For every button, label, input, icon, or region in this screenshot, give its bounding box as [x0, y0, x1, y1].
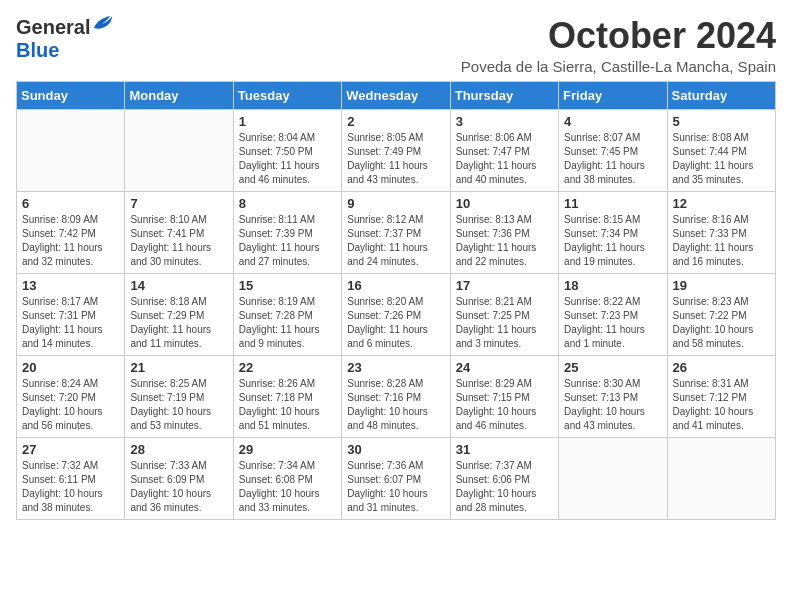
day-number: 15 — [239, 278, 336, 293]
calendar-cell: 29Sunrise: 7:34 AMSunset: 6:08 PMDayligh… — [233, 437, 341, 519]
calendar-cell: 5Sunrise: 8:08 AMSunset: 7:44 PMDaylight… — [667, 109, 775, 191]
day-info: Sunrise: 7:34 AMSunset: 6:08 PMDaylight:… — [239, 459, 336, 515]
day-number: 25 — [564, 360, 661, 375]
logo-blue: Blue — [16, 39, 59, 61]
day-number: 4 — [564, 114, 661, 129]
day-number: 10 — [456, 196, 553, 211]
calendar-cell: 28Sunrise: 7:33 AMSunset: 6:09 PMDayligh… — [125, 437, 233, 519]
calendar-week-5: 27Sunrise: 7:32 AMSunset: 6:11 PMDayligh… — [17, 437, 776, 519]
day-number: 26 — [673, 360, 770, 375]
day-header-monday: Monday — [125, 81, 233, 109]
day-number: 5 — [673, 114, 770, 129]
day-number: 17 — [456, 278, 553, 293]
calendar-header-row: SundayMondayTuesdayWednesdayThursdayFrid… — [17, 81, 776, 109]
day-info: Sunrise: 7:32 AMSunset: 6:11 PMDaylight:… — [22, 459, 119, 515]
day-info: Sunrise: 8:30 AMSunset: 7:13 PMDaylight:… — [564, 377, 661, 433]
day-number: 14 — [130, 278, 227, 293]
day-number: 29 — [239, 442, 336, 457]
calendar-cell: 11Sunrise: 8:15 AMSunset: 7:34 PMDayligh… — [559, 191, 667, 273]
day-number: 8 — [239, 196, 336, 211]
calendar-cell: 21Sunrise: 8:25 AMSunset: 7:19 PMDayligh… — [125, 355, 233, 437]
calendar-cell: 30Sunrise: 7:36 AMSunset: 6:07 PMDayligh… — [342, 437, 450, 519]
day-info: Sunrise: 8:08 AMSunset: 7:44 PMDaylight:… — [673, 131, 770, 187]
calendar-cell — [559, 437, 667, 519]
day-info: Sunrise: 7:37 AMSunset: 6:06 PMDaylight:… — [456, 459, 553, 515]
calendar-cell: 27Sunrise: 7:32 AMSunset: 6:11 PMDayligh… — [17, 437, 125, 519]
day-info: Sunrise: 8:18 AMSunset: 7:29 PMDaylight:… — [130, 295, 227, 351]
day-number: 7 — [130, 196, 227, 211]
calendar-cell — [667, 437, 775, 519]
day-info: Sunrise: 8:28 AMSunset: 7:16 PMDaylight:… — [347, 377, 444, 433]
calendar-cell — [17, 109, 125, 191]
calendar-cell: 6Sunrise: 8:09 AMSunset: 7:42 PMDaylight… — [17, 191, 125, 273]
day-number: 30 — [347, 442, 444, 457]
day-number: 19 — [673, 278, 770, 293]
day-info: Sunrise: 8:12 AMSunset: 7:37 PMDaylight:… — [347, 213, 444, 269]
day-info: Sunrise: 8:09 AMSunset: 7:42 PMDaylight:… — [22, 213, 119, 269]
day-number: 2 — [347, 114, 444, 129]
day-info: Sunrise: 8:04 AMSunset: 7:50 PMDaylight:… — [239, 131, 336, 187]
calendar-cell: 3Sunrise: 8:06 AMSunset: 7:47 PMDaylight… — [450, 109, 558, 191]
calendar-cell: 10Sunrise: 8:13 AMSunset: 7:36 PMDayligh… — [450, 191, 558, 273]
calendar-cell: 16Sunrise: 8:20 AMSunset: 7:26 PMDayligh… — [342, 273, 450, 355]
calendar-cell: 12Sunrise: 8:16 AMSunset: 7:33 PMDayligh… — [667, 191, 775, 273]
calendar-cell: 1Sunrise: 8:04 AMSunset: 7:50 PMDaylight… — [233, 109, 341, 191]
day-number: 1 — [239, 114, 336, 129]
day-number: 31 — [456, 442, 553, 457]
logo: General Blue — [16, 16, 114, 62]
day-info: Sunrise: 8:22 AMSunset: 7:23 PMDaylight:… — [564, 295, 661, 351]
page-header: General Blue October 2024 Poveda de la S… — [16, 16, 776, 75]
calendar-cell: 4Sunrise: 8:07 AMSunset: 7:45 PMDaylight… — [559, 109, 667, 191]
day-number: 3 — [456, 114, 553, 129]
calendar-cell: 9Sunrise: 8:12 AMSunset: 7:37 PMDaylight… — [342, 191, 450, 273]
day-info: Sunrise: 8:25 AMSunset: 7:19 PMDaylight:… — [130, 377, 227, 433]
month-title: October 2024 — [461, 16, 776, 56]
day-info: Sunrise: 8:17 AMSunset: 7:31 PMDaylight:… — [22, 295, 119, 351]
day-number: 16 — [347, 278, 444, 293]
day-number: 22 — [239, 360, 336, 375]
calendar-cell: 23Sunrise: 8:28 AMSunset: 7:16 PMDayligh… — [342, 355, 450, 437]
calendar-cell: 15Sunrise: 8:19 AMSunset: 7:28 PMDayligh… — [233, 273, 341, 355]
day-number: 11 — [564, 196, 661, 211]
day-number: 27 — [22, 442, 119, 457]
day-info: Sunrise: 8:16 AMSunset: 7:33 PMDaylight:… — [673, 213, 770, 269]
day-info: Sunrise: 8:05 AMSunset: 7:49 PMDaylight:… — [347, 131, 444, 187]
day-header-sunday: Sunday — [17, 81, 125, 109]
logo-bird-icon — [92, 14, 114, 32]
day-info: Sunrise: 8:24 AMSunset: 7:20 PMDaylight:… — [22, 377, 119, 433]
calendar-week-2: 6Sunrise: 8:09 AMSunset: 7:42 PMDaylight… — [17, 191, 776, 273]
day-header-tuesday: Tuesday — [233, 81, 341, 109]
day-info: Sunrise: 8:31 AMSunset: 7:12 PMDaylight:… — [673, 377, 770, 433]
calendar-cell: 20Sunrise: 8:24 AMSunset: 7:20 PMDayligh… — [17, 355, 125, 437]
day-number: 28 — [130, 442, 227, 457]
day-number: 12 — [673, 196, 770, 211]
calendar-cell: 7Sunrise: 8:10 AMSunset: 7:41 PMDaylight… — [125, 191, 233, 273]
day-info: Sunrise: 8:21 AMSunset: 7:25 PMDaylight:… — [456, 295, 553, 351]
day-number: 6 — [22, 196, 119, 211]
day-info: Sunrise: 8:20 AMSunset: 7:26 PMDaylight:… — [347, 295, 444, 351]
day-info: Sunrise: 8:11 AMSunset: 7:39 PMDaylight:… — [239, 213, 336, 269]
day-number: 24 — [456, 360, 553, 375]
day-info: Sunrise: 8:06 AMSunset: 7:47 PMDaylight:… — [456, 131, 553, 187]
calendar-cell: 17Sunrise: 8:21 AMSunset: 7:25 PMDayligh… — [450, 273, 558, 355]
calendar-cell: 14Sunrise: 8:18 AMSunset: 7:29 PMDayligh… — [125, 273, 233, 355]
calendar-table: SundayMondayTuesdayWednesdayThursdayFrid… — [16, 81, 776, 520]
day-number: 9 — [347, 196, 444, 211]
location: Poveda de la Sierra, Castille-La Mancha,… — [461, 58, 776, 75]
calendar-week-3: 13Sunrise: 8:17 AMSunset: 7:31 PMDayligh… — [17, 273, 776, 355]
calendar-week-1: 1Sunrise: 8:04 AMSunset: 7:50 PMDaylight… — [17, 109, 776, 191]
calendar-cell: 8Sunrise: 8:11 AMSunset: 7:39 PMDaylight… — [233, 191, 341, 273]
calendar-cell: 18Sunrise: 8:22 AMSunset: 7:23 PMDayligh… — [559, 273, 667, 355]
calendar-cell: 25Sunrise: 8:30 AMSunset: 7:13 PMDayligh… — [559, 355, 667, 437]
calendar-cell: 19Sunrise: 8:23 AMSunset: 7:22 PMDayligh… — [667, 273, 775, 355]
title-block: October 2024 Poveda de la Sierra, Castil… — [461, 16, 776, 75]
calendar-week-4: 20Sunrise: 8:24 AMSunset: 7:20 PMDayligh… — [17, 355, 776, 437]
calendar-cell: 31Sunrise: 7:37 AMSunset: 6:06 PMDayligh… — [450, 437, 558, 519]
day-header-wednesday: Wednesday — [342, 81, 450, 109]
calendar-cell: 22Sunrise: 8:26 AMSunset: 7:18 PMDayligh… — [233, 355, 341, 437]
day-number: 18 — [564, 278, 661, 293]
calendar-cell: 13Sunrise: 8:17 AMSunset: 7:31 PMDayligh… — [17, 273, 125, 355]
calendar-cell: 26Sunrise: 8:31 AMSunset: 7:12 PMDayligh… — [667, 355, 775, 437]
logo-line1: General — [16, 16, 114, 39]
calendar-cell: 2Sunrise: 8:05 AMSunset: 7:49 PMDaylight… — [342, 109, 450, 191]
